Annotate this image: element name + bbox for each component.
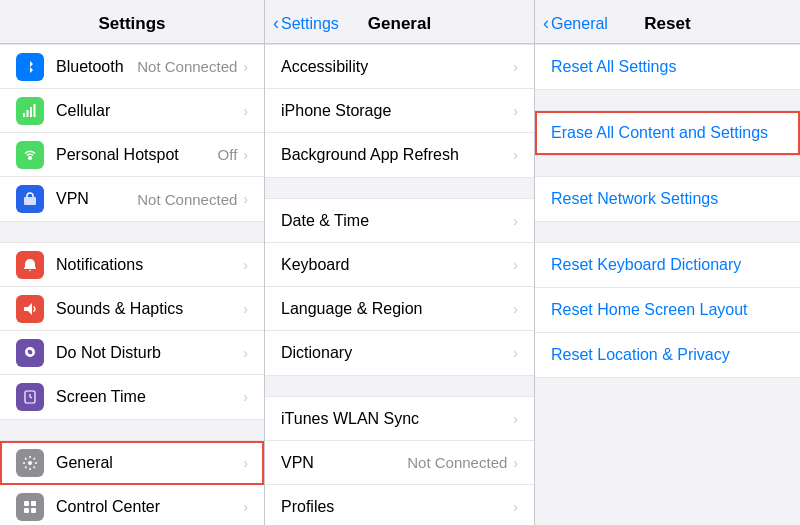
cellular-icon: [16, 97, 44, 125]
notifications-icon: [16, 251, 44, 279]
general-chevron: ›: [243, 455, 248, 471]
language-chevron: ›: [513, 301, 518, 317]
svg-rect-0: [23, 113, 25, 117]
hotspot-label: Personal Hotspot: [56, 146, 218, 164]
profiles-chevron: ›: [513, 499, 518, 515]
donotdisturb-icon: [16, 339, 44, 367]
svg-rect-9: [24, 501, 29, 506]
screentime-chevron: ›: [243, 389, 248, 405]
bluetooth-chevron: ›: [243, 59, 248, 75]
reset-column: ‹ General Reset Reset All SettingsErase …: [535, 0, 800, 525]
accessibility-chevron: ›: [513, 59, 518, 75]
reset-item-erase_all[interactable]: Erase All Content and Settings: [535, 111, 800, 155]
iphone_storage-chevron: ›: [513, 103, 518, 119]
settings-item-controlcenter[interactable]: Control Center›: [0, 485, 264, 525]
vpn-chevron: ›: [243, 191, 248, 207]
general-item-dictionary[interactable]: Dictionary›: [265, 331, 534, 375]
general-title: General: [368, 14, 431, 34]
vpn-chevron: ›: [513, 455, 518, 471]
keyboard-chevron: ›: [513, 257, 518, 273]
cellular-label: Cellular: [56, 102, 243, 120]
itunes_wlan-chevron: ›: [513, 411, 518, 427]
svg-rect-11: [24, 508, 29, 513]
settings-list: BluetoothNot Connected›Cellular›Personal…: [0, 44, 264, 525]
reset-item-reset_location[interactable]: Reset Location & Privacy: [535, 333, 800, 377]
general-item-datetime[interactable]: Date & Time›: [265, 199, 534, 243]
controlcenter-chevron: ›: [243, 499, 248, 515]
general-item-vpn[interactable]: VPNNot Connected›: [265, 441, 534, 485]
sounds-icon: [16, 295, 44, 323]
general-item-profiles[interactable]: Profiles›: [265, 485, 534, 525]
language-label: Language & Region: [281, 300, 513, 318]
settings-item-screentime[interactable]: Screen Time›: [0, 375, 264, 419]
general-list: Accessibility›iPhone Storage›Background …: [265, 44, 534, 525]
vpn-value: Not Connected: [407, 454, 507, 471]
background_refresh-label: Background App Refresh: [281, 146, 513, 164]
settings-item-vpn[interactable]: VPNNot Connected›: [0, 177, 264, 221]
sounds-label: Sounds & Haptics: [56, 300, 243, 318]
bluetooth-value: Not Connected: [137, 58, 237, 75]
settings-column: Settings BluetoothNot Connected›Cellular…: [0, 0, 265, 525]
datetime-chevron: ›: [513, 213, 518, 229]
back-to-general-label: General: [551, 15, 608, 33]
settings-item-bluetooth[interactable]: BluetoothNot Connected›: [0, 45, 264, 89]
settings-header: Settings: [0, 0, 264, 44]
settings-item-donotdisturb[interactable]: Do Not Disturb›: [0, 331, 264, 375]
erase_all-label: Erase All Content and Settings: [551, 124, 768, 141]
general-item-accessibility[interactable]: Accessibility›: [265, 45, 534, 89]
reset_location-label: Reset Location & Privacy: [551, 346, 730, 363]
settings-item-hotspot[interactable]: Personal HotspotOff›: [0, 133, 264, 177]
screentime-icon: [16, 383, 44, 411]
sounds-chevron: ›: [243, 301, 248, 317]
controlcenter-icon: [16, 493, 44, 521]
accessibility-label: Accessibility: [281, 58, 513, 76]
back-to-settings-button[interactable]: ‹ Settings: [273, 13, 339, 34]
svg-rect-10: [31, 501, 36, 506]
settings-item-cellular[interactable]: Cellular›: [0, 89, 264, 133]
vpn-value: Not Connected: [137, 191, 237, 208]
back-to-settings-label: Settings: [281, 15, 339, 33]
profiles-label: Profiles: [281, 498, 513, 516]
settings-item-sounds[interactable]: Sounds & Haptics›: [0, 287, 264, 331]
back-to-general-button[interactable]: ‹ General: [543, 13, 608, 34]
general-column: ‹ Settings General Accessibility›iPhone …: [265, 0, 535, 525]
reset-item-reset_keyboard[interactable]: Reset Keyboard Dictionary: [535, 243, 800, 288]
general-label: General: [56, 454, 243, 472]
reset_network-label: Reset Network Settings: [551, 190, 718, 207]
settings-title: Settings: [98, 14, 165, 34]
reset_all-label: Reset All Settings: [551, 58, 676, 75]
settings-item-general[interactable]: General›: [0, 441, 264, 485]
general-item-keyboard[interactable]: Keyboard›: [265, 243, 534, 287]
reset-item-reset_all[interactable]: Reset All Settings: [535, 45, 800, 89]
reset-header: ‹ General Reset: [535, 0, 800, 44]
svg-rect-3: [34, 104, 36, 117]
reset_home-label: Reset Home Screen Layout: [551, 301, 748, 318]
hotspot-value: Off: [218, 146, 238, 163]
svg-marker-6: [24, 303, 32, 315]
settings-item-notifications[interactable]: Notifications›: [0, 243, 264, 287]
vpn-label: VPN: [281, 454, 407, 472]
svg-rect-5: [24, 197, 36, 205]
donotdisturb-chevron: ›: [243, 345, 248, 361]
general-item-itunes_wlan[interactable]: iTunes WLAN Sync›: [265, 397, 534, 441]
vpn-icon: [16, 185, 44, 213]
dictionary-label: Dictionary: [281, 344, 513, 362]
notifications-chevron: ›: [243, 257, 248, 273]
cellular-chevron: ›: [243, 103, 248, 119]
general-item-language[interactable]: Language & Region›: [265, 287, 534, 331]
reset-item-reset_network[interactable]: Reset Network Settings: [535, 177, 800, 221]
general-header: ‹ Settings General: [265, 0, 534, 44]
reset-list: Reset All SettingsErase All Content and …: [535, 44, 800, 525]
general-item-background_refresh[interactable]: Background App Refresh›: [265, 133, 534, 177]
bluetooth-label: Bluetooth: [56, 58, 137, 76]
notifications-label: Notifications: [56, 256, 243, 274]
general-item-iphone_storage[interactable]: iPhone Storage›: [265, 89, 534, 133]
iphone_storage-label: iPhone Storage: [281, 102, 513, 120]
donotdisturb-label: Do Not Disturb: [56, 344, 243, 362]
reset-item-reset_home[interactable]: Reset Home Screen Layout: [535, 288, 800, 333]
hotspot-chevron: ›: [243, 147, 248, 163]
keyboard-label: Keyboard: [281, 256, 513, 274]
controlcenter-label: Control Center: [56, 498, 243, 516]
svg-rect-2: [30, 107, 32, 117]
vpn-label: VPN: [56, 190, 137, 208]
